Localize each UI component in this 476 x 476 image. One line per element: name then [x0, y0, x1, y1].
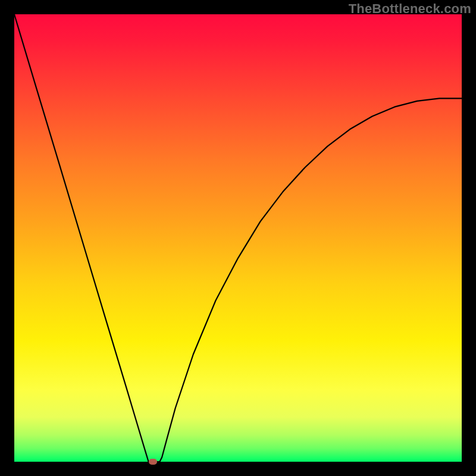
minimum-marker — [149, 459, 157, 465]
plot-area — [14, 14, 462, 462]
bottleneck-curve — [14, 14, 462, 462]
chart-frame: TheBottleneck.com — [0, 0, 476, 476]
